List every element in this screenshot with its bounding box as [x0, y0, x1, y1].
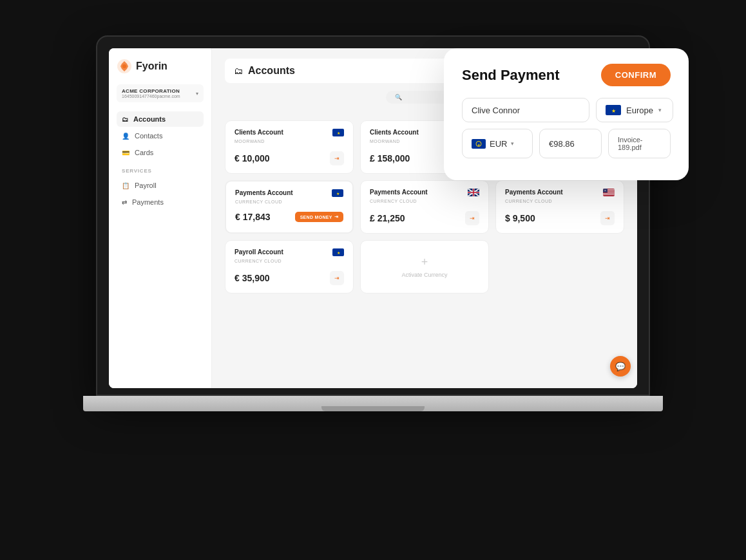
- account-name-3: Payments Account: [235, 189, 293, 196]
- payroll-icon: 📋: [122, 182, 129, 189]
- sidebar-item-cards[interactable]: 💳 Cards: [117, 145, 204, 160]
- send-payment-modal: Send Payment CONFIRM ★ Europe ▾: [444, 48, 689, 180]
- file-attachment[interactable]: Invoice-189.pdf: [608, 129, 671, 158]
- account-name-4: Payments Account: [370, 189, 428, 196]
- eu-flag-currency-icon: ★: [472, 139, 486, 149]
- svg-text:★: ★: [336, 192, 340, 196]
- account-provider-0: MOORWAND: [234, 139, 344, 144]
- account-name-1: Clients Account: [370, 129, 419, 136]
- sidebar-label-accounts: Accounts: [133, 115, 166, 123]
- currency-label: EUR: [490, 139, 507, 149]
- svg-text:★: ★: [337, 251, 340, 255]
- account-name-0: Clients Account: [234, 129, 283, 136]
- sidebar-label-cards: Cards: [135, 149, 153, 156]
- transfer-button-4[interactable]: ⇥: [465, 211, 479, 225]
- logo-area: Fyorin: [117, 59, 204, 74]
- account-provider-5: CURRENCY CLOUD: [505, 199, 615, 203]
- company-name: ACME CORPORATION: [122, 88, 180, 94]
- currency-select[interactable]: ★ EUR ▾: [462, 129, 533, 158]
- logo-text: Fyorin: [136, 61, 167, 72]
- amount-value: €98.86: [549, 139, 575, 149]
- sidebar-label-payroll: Payroll: [135, 182, 157, 189]
- transfer-button-5[interactable]: ⇥: [600, 211, 615, 225]
- account-card-4[interactable]: Payments Account: [360, 180, 489, 234]
- uk-flag-icon-4: [468, 189, 479, 196]
- account-name-6: Payroll Account: [234, 248, 283, 256]
- svg-text:★: ★: [337, 131, 340, 135]
- account-balance-4: £ 21,250: [370, 213, 405, 223]
- eu-flag-icon-3: ★: [332, 189, 343, 197]
- send-money-button-3[interactable]: SEND MONEY ⇥: [295, 212, 343, 222]
- page-title: Accounts: [248, 65, 295, 77]
- sidebar-label-payments: Payments: [132, 198, 164, 206]
- contacts-icon: 👤: [122, 133, 129, 140]
- company-chevron-icon: ▾: [196, 91, 198, 97]
- account-provider-3: CURRENCY CLOUD: [235, 200, 343, 204]
- sidebar-item-contacts[interactable]: 👤 Contacts: [117, 128, 204, 144]
- account-balance-3: € 17,843: [235, 212, 271, 222]
- account-provider-4: CURRENCY CLOUD: [370, 199, 479, 203]
- eu-flag-icon-6: ★: [332, 248, 344, 256]
- svg-point-6: [122, 64, 126, 68]
- svg-rect-32: [603, 194, 615, 195]
- account-provider-6: CURRENCY CLOUD: [234, 259, 344, 263]
- amount-field[interactable]: €98.86: [539, 129, 602, 158]
- us-flag-icon-5: ★: [603, 189, 615, 196]
- chevron-icon: ▾: [658, 107, 662, 113]
- region-select[interactable]: ★ Europe ▾: [596, 98, 673, 122]
- company-selector[interactable]: ACME CORPORATION 16450091477460pacme.com…: [117, 84, 204, 102]
- sidebar: Fyorin ACME CORPORATION 16450091477460pa…: [109, 48, 212, 388]
- payments-icon: ⇄: [122, 199, 127, 206]
- send-arrow-icon: ⇥: [334, 214, 338, 219]
- sidebar-item-accounts[interactable]: 🗂 Accounts: [117, 111, 204, 127]
- activate-currency-card[interactable]: + Activate Currency: [360, 240, 489, 294]
- sidebar-item-payroll[interactable]: 📋 Payroll: [117, 178, 204, 193]
- activate-label: Activate Currency: [401, 272, 447, 278]
- plus-icon: +: [421, 256, 428, 269]
- accounts-icon: 🗂: [122, 116, 128, 123]
- eu-flag-icon-0: ★: [332, 129, 344, 136]
- svg-text:★: ★: [611, 108, 616, 114]
- company-email: 16450091477460pacme.com: [122, 94, 180, 98]
- account-card-6[interactable]: Payroll Account ★ CURRENCY CLOUD € 35,90…: [225, 240, 354, 294]
- region-label: Europe: [626, 106, 653, 115]
- file-name: Invoice-189.pdf: [618, 136, 661, 151]
- search-icon: 🔍: [395, 94, 402, 100]
- chat-button[interactable]: 💬: [610, 356, 631, 377]
- account-card-0[interactable]: Clients Account ★ MOORWAND € 10,000: [225, 120, 354, 174]
- currency-chevron-icon: ▾: [511, 140, 514, 147]
- modal-title: Send Payment: [462, 67, 560, 84]
- account-card-3[interactable]: Payments Account ★ CURRENCY CLOUD € 17,8…: [225, 180, 354, 234]
- account-balance-6: € 35,900: [234, 273, 270, 283]
- sidebar-label-contacts: Contacts: [135, 132, 162, 140]
- send-money-label: SEND MONEY: [300, 215, 332, 219]
- recipient-input[interactable]: [462, 98, 589, 122]
- account-card-5[interactable]: Payments Account: [495, 180, 624, 234]
- eu-flag-icon: ★: [606, 105, 621, 115]
- services-section-label: SERVICES: [122, 168, 198, 174]
- account-balance-5: $ 9,500: [505, 213, 535, 223]
- transfer-button-0[interactable]: ⇥: [330, 151, 344, 165]
- account-balance-0: € 10,000: [234, 153, 270, 163]
- confirm-button[interactable]: CONFIRM: [601, 64, 671, 86]
- fyorin-logo-icon: [117, 59, 132, 74]
- chat-icon: 💬: [615, 362, 626, 371]
- cards-icon: 💳: [122, 149, 129, 156]
- svg-rect-31: [603, 193, 615, 194]
- sidebar-item-payments[interactable]: ⇄ Payments: [117, 194, 204, 210]
- account-name-5: Payments Account: [505, 189, 563, 196]
- svg-text:★: ★: [604, 189, 606, 192]
- account-balance-1: £ 158,000: [370, 153, 410, 163]
- laptop-base: [83, 396, 663, 411]
- transfer-button-6[interactable]: ⇥: [330, 271, 344, 285]
- wallet-icon: 🗂: [234, 66, 243, 76]
